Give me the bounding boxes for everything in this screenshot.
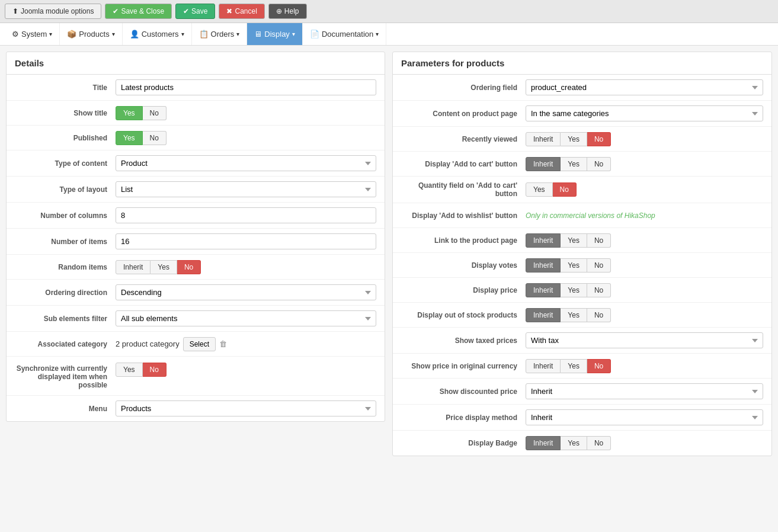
price-no-btn[interactable]: No	[587, 283, 611, 297]
menu-label: Menu	[15, 405, 116, 413]
discounted-select[interactable]: Inherit	[526, 383, 763, 399]
display-icon: 🖥	[254, 30, 262, 39]
published-no-btn[interactable]: No	[143, 131, 167, 145]
display-cart-no-btn[interactable]: No	[587, 157, 611, 171]
num-columns-input[interactable]	[116, 207, 376, 223]
trash-icon[interactable]: 🗑	[219, 339, 227, 348]
chevron-down-icon: ▾	[112, 31, 115, 37]
votes-no-btn[interactable]: No	[587, 258, 611, 273]
price-orig-inherit-btn[interactable]: Inherit	[526, 359, 561, 373]
link-yes-btn[interactable]: Yes	[561, 233, 587, 248]
show-title-no-btn[interactable]: No	[143, 106, 167, 120]
display-cart-toggle: Inherit Yes No	[526, 157, 763, 171]
random-no-btn[interactable]: No	[177, 260, 201, 274]
price-inherit-btn[interactable]: Inherit	[526, 283, 561, 297]
ordering-dir-wrap: Descending	[116, 284, 376, 300]
link-inherit-btn[interactable]: Inherit	[526, 233, 561, 248]
ordering-field-select[interactable]: product_created	[526, 79, 763, 95]
recently-inherit-btn[interactable]: Inherit	[526, 132, 561, 146]
num-columns-label: Number of columns	[15, 211, 116, 220]
nav-system[interactable]: ⚙ System ▾	[5, 23, 60, 45]
oos-inherit-btn[interactable]: Inherit	[526, 308, 561, 322]
link-product-row: Link to the product page Inherit Yes No	[393, 228, 771, 253]
display-badge-row: Display Badge Inherit Yes No	[393, 431, 771, 456]
system-icon: ⚙	[12, 30, 19, 39]
assoc-category-wrap: 2 product category Select 🗑	[116, 337, 376, 351]
sync-no-btn[interactable]: No	[143, 363, 167, 377]
random-items-wrap: Inherit Yes No	[116, 260, 376, 274]
sync-label: Synchronize with currently displayed ite…	[15, 363, 116, 389]
display-cart-wrap: Inherit Yes No	[526, 157, 763, 171]
link-no-btn[interactable]: No	[587, 233, 611, 248]
qty-field-wrap: Yes No	[526, 182, 763, 197]
price-display-wrap: Inherit	[526, 409, 763, 425]
nav-documentation[interactable]: 📄 Documentation ▾	[303, 23, 386, 45]
sync-yes-btn[interactable]: Yes	[116, 363, 143, 377]
published-wrap: Yes No	[116, 131, 376, 145]
save-icon: ✔	[183, 7, 189, 15]
nav-products[interactable]: 📦 Products ▾	[60, 23, 122, 45]
display-cart-yes-btn[interactable]: Yes	[561, 157, 587, 171]
price-orig-yes-btn[interactable]: Yes	[561, 359, 587, 373]
assoc-controls: 2 product category Select 🗑	[116, 337, 376, 351]
num-items-input[interactable]	[116, 233, 376, 249]
random-yes-btn[interactable]: Yes	[151, 260, 177, 274]
save-button[interactable]: ✔ Save	[175, 4, 215, 19]
joomla-options-button[interactable]: ⬆ Joomla module options	[5, 4, 101, 19]
badge-yes-btn[interactable]: Yes	[561, 436, 587, 450]
display-badge-label: Display Badge	[401, 439, 526, 447]
votes-inherit-btn[interactable]: Inherit	[526, 258, 561, 273]
details-body: Title Show title Yes No Published	[7, 75, 385, 421]
price-display-select[interactable]: Inherit	[526, 409, 763, 425]
display-cart-inherit-btn[interactable]: Inherit	[526, 157, 561, 171]
random-items-label: Random items	[15, 263, 116, 271]
qty-toggle: Yes No	[526, 182, 763, 197]
orders-icon: 📋	[199, 30, 209, 39]
price-yes-btn[interactable]: Yes	[561, 283, 587, 297]
display-votes-row: Display votes Inherit Yes No	[393, 253, 771, 278]
type-content-select[interactable]: Product	[116, 155, 376, 171]
assoc-select-button[interactable]: Select	[183, 337, 216, 351]
random-inherit-btn[interactable]: Inherit	[116, 260, 151, 274]
sub-elements-row: Sub elements filter All sub elements	[7, 306, 385, 332]
link-product-wrap: Inherit Yes No	[526, 233, 763, 248]
show-taxed-select[interactable]: With tax	[526, 332, 763, 348]
recently-viewed-toggle: Inherit Yes No	[526, 132, 763, 146]
price-orig-row: Show price in original currency Inherit …	[393, 354, 771, 379]
badge-no-btn[interactable]: No	[587, 436, 611, 450]
votes-yes-btn[interactable]: Yes	[561, 258, 587, 273]
help-button[interactable]: ⊕ Help	[268, 4, 307, 19]
badge-inherit-btn[interactable]: Inherit	[526, 436, 561, 450]
recently-no-btn[interactable]: No	[587, 132, 611, 146]
title-input[interactable]	[116, 79, 376, 95]
show-title-yes-btn[interactable]: Yes	[116, 106, 143, 120]
details-panel: Details Title Show title Yes No	[6, 52, 385, 422]
commercial-notice: Only in commercial versions of HikaShop	[526, 211, 655, 220]
sub-elements-select[interactable]: All sub elements	[116, 310, 376, 326]
menu-select[interactable]: Products	[116, 400, 376, 416]
nav-display[interactable]: 🖥 Display ▾	[247, 23, 303, 45]
nav-customers[interactable]: 👤 Customers ▾	[123, 23, 192, 45]
qty-no-btn[interactable]: No	[553, 182, 577, 197]
type-layout-select[interactable]: List	[116, 181, 376, 197]
oos-yes-btn[interactable]: Yes	[561, 308, 587, 322]
price-orig-no-btn[interactable]: No	[587, 359, 611, 373]
price-display-label: Price display method	[401, 414, 526, 422]
show-title-toggle: Yes No	[116, 106, 376, 120]
nav-orders[interactable]: 📋 Orders ▾	[192, 23, 248, 45]
published-yes-btn[interactable]: Yes	[116, 131, 143, 145]
chevron-down-icon: ▾	[181, 31, 184, 37]
qty-yes-btn[interactable]: Yes	[526, 182, 553, 197]
cancel-button[interactable]: ✖ Cancel	[219, 4, 264, 19]
oos-no-btn[interactable]: No	[587, 308, 611, 322]
save-close-button[interactable]: ✔ Save & Close	[105, 4, 172, 19]
ordering-dir-select[interactable]: Descending	[116, 284, 376, 300]
type-layout-wrap: List	[116, 181, 376, 197]
content-product-select[interactable]: In the same categories	[526, 105, 763, 121]
display-cart-row: Display 'Add to cart' button Inherit Yes…	[393, 152, 771, 177]
ordering-dir-label: Ordering direction	[15, 289, 116, 297]
show-title-label: Show title	[15, 109, 116, 117]
chevron-down-icon: ▾	[49, 31, 52, 37]
recently-yes-btn[interactable]: Yes	[561, 132, 587, 146]
show-taxed-row: Show taxed prices With tax	[393, 328, 771, 354]
